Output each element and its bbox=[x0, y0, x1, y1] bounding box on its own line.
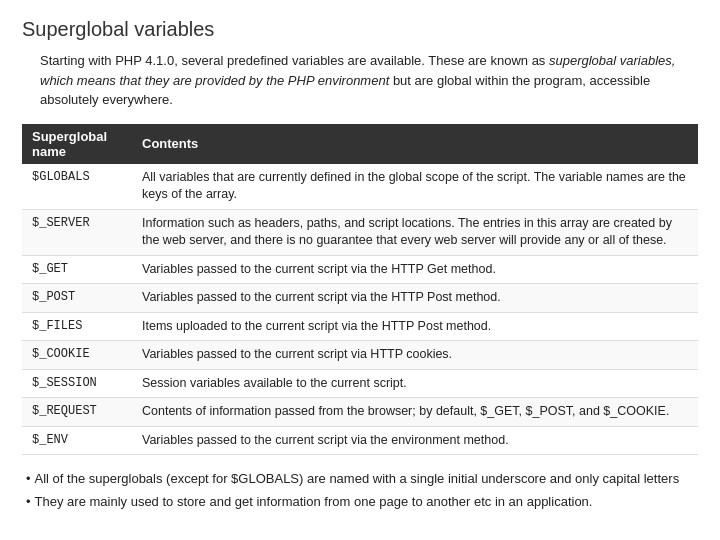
table-row: $_POSTVariables passed to the current sc… bbox=[22, 284, 698, 313]
table-row: $_FILESItems uploaded to the current scr… bbox=[22, 312, 698, 341]
superglobal-name: $_REQUEST bbox=[22, 398, 132, 427]
bullet-points: All of the superglobals (except for $GLO… bbox=[22, 469, 698, 513]
superglobal-name: $_COOKIE bbox=[22, 341, 132, 370]
superglobal-name: $_POST bbox=[22, 284, 132, 313]
superglobal-desc: Variables passed to the current script v… bbox=[132, 255, 698, 284]
table-row: $_GETVariables passed to the current scr… bbox=[22, 255, 698, 284]
bullet-item: All of the superglobals (except for $GLO… bbox=[26, 469, 698, 490]
superglobal-desc: Variables passed to the current script v… bbox=[132, 284, 698, 313]
table-row: $_SESSIONSession variables available to … bbox=[22, 369, 698, 398]
superglobal-name: $_ENV bbox=[22, 426, 132, 455]
superglobal-desc: Contents of information passed from the … bbox=[132, 398, 698, 427]
superglobal-desc: Information such as headers, paths, and … bbox=[132, 209, 698, 255]
table-row: $_ENVVariables passed to the current scr… bbox=[22, 426, 698, 455]
superglobal-desc: Session variables available to the curre… bbox=[132, 369, 698, 398]
superglobal-desc: Variables passed to the current script v… bbox=[132, 426, 698, 455]
superglobal-desc: All variables that are currently defined… bbox=[132, 164, 698, 210]
col-header-name: Superglobal name bbox=[22, 124, 132, 164]
superglobal-desc: Items uploaded to the current script via… bbox=[132, 312, 698, 341]
superglobal-name: $_GET bbox=[22, 255, 132, 284]
table-row: $GLOBALSAll variables that are currently… bbox=[22, 164, 698, 210]
page-title: Superglobal variables bbox=[22, 18, 698, 41]
superglobal-desc: Variables passed to the current script v… bbox=[132, 341, 698, 370]
superglobal-name: $_SESSION bbox=[22, 369, 132, 398]
superglobal-name: $_SERVER bbox=[22, 209, 132, 255]
superglobals-table: Superglobal name Contents $GLOBALSAll va… bbox=[22, 124, 698, 456]
bullet-item: They are mainly used to store and get in… bbox=[26, 492, 698, 513]
col-header-contents: Contents bbox=[132, 124, 698, 164]
superglobal-name: $_FILES bbox=[22, 312, 132, 341]
superglobal-name: $GLOBALS bbox=[22, 164, 132, 210]
table-row: $_SERVERInformation such as headers, pat… bbox=[22, 209, 698, 255]
table-row: $_REQUESTContents of information passed … bbox=[22, 398, 698, 427]
table-row: $_COOKIEVariables passed to the current … bbox=[22, 341, 698, 370]
intro-normal: Starting with PHP 4.1.0, several predefi… bbox=[40, 53, 549, 68]
intro-text: Starting with PHP 4.1.0, several predefi… bbox=[22, 51, 698, 110]
